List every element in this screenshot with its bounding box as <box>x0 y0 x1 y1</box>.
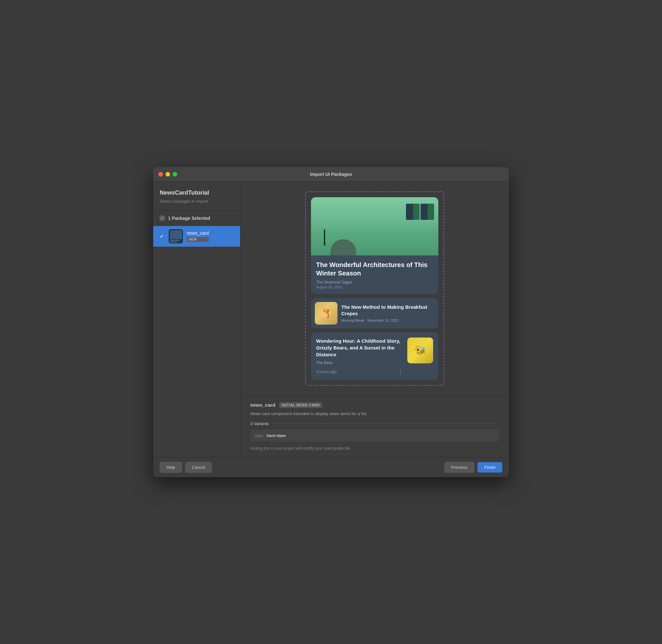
section-checkbox[interactable]: ✓ <box>160 216 165 221</box>
horiz-text: The New Method to Making Breakfast Crepe… <box>341 304 434 322</box>
text-left-title: Wondering Hour: A Childhood Story, Grizz… <box>316 338 403 358</box>
info-description: News card component intended to display … <box>250 411 499 416</box>
sidebar-section-header: ✓ 1 Package Selected <box>153 216 240 226</box>
hero-title: The Wonderful Architectures of This Wint… <box>316 260 433 277</box>
previous-button[interactable]: Previous <box>445 462 474 473</box>
info-panel: news_card INITIAL NEWS CARD News card co… <box>240 395 509 457</box>
info-view-label: view: hero-item <box>255 433 286 438</box>
sidebar: NewsCardTutorial Select packages to impo… <box>153 182 240 457</box>
horiz-image: 🥞 <box>315 302 337 325</box>
preview-canvas: The Wonderful Architectures of This Wint… <box>240 182 509 395</box>
sidebar-divider <box>153 210 240 210</box>
main-content: NewsCardTutorial Select packages to impo… <box>153 182 509 457</box>
title-bar: Import UI Packages <box>153 167 509 182</box>
sidebar-subtitle: Select packages to import <box>153 199 240 210</box>
finish-button[interactable]: Finish <box>477 462 502 473</box>
item-thumbnail <box>169 229 183 244</box>
sidebar-item-news-card[interactable]: ✓ news_card NEW <box>153 226 240 247</box>
bee-image: 🐝 <box>407 338 433 363</box>
hero-lamp <box>324 230 325 246</box>
footer-left: Help Cancel <box>160 462 212 473</box>
food-icon: 🥞 <box>315 302 337 325</box>
text-left-source: The Bees <box>316 361 403 365</box>
item-info: news_card NEW <box>187 231 209 242</box>
hero-date: August 25, 2021 <box>316 285 433 289</box>
horiz-meta: Morning Break November 10, 2021 <box>341 318 434 322</box>
info-header: news_card INITIAL NEWS CARD <box>250 402 499 408</box>
horiz-date: November 10, 2021 <box>368 318 399 322</box>
hero-shutter-2 <box>428 204 434 220</box>
info-view-row: view: hero-item <box>250 429 499 442</box>
hero-source: The Seasonal Sagas <box>316 280 433 284</box>
view-value: hero-item <box>267 433 286 438</box>
horizontal-card: 🥞 The New Method to Making Breakfast Cre… <box>311 298 438 328</box>
text-left-card: Wondering Hour: A Childhood Story, Grizz… <box>311 332 438 380</box>
cancel-button[interactable]: Cancel <box>185 462 212 473</box>
footer: Help Cancel Previous Finish <box>153 457 509 477</box>
minimize-button[interactable] <box>166 172 170 177</box>
window-title: Import UI Packages <box>310 172 352 177</box>
preview-area: The Wonderful Architectures of This Wint… <box>240 182 509 457</box>
more-options-icon[interactable]: ⋮ <box>398 369 403 375</box>
traffic-lights <box>158 172 177 177</box>
text-left-footer: 4 hours ago ⋮ <box>316 369 403 375</box>
item-badge: NEW <box>187 237 209 242</box>
horiz-source: Morning Break <box>341 318 364 322</box>
footer-right: Previous Finish <box>445 462 502 473</box>
project-name: NewsCardTutorial <box>153 189 240 199</box>
thumb-line-1 <box>170 240 180 241</box>
hero-text: The Wonderful Architectures of This Wint… <box>311 255 438 294</box>
help-button[interactable]: Help <box>160 462 182 473</box>
info-tag: INITIAL NEWS CARD <box>279 402 323 408</box>
close-button[interactable] <box>158 172 163 177</box>
text-left-time: 4 hours ago <box>316 370 336 374</box>
thumb-img <box>170 230 182 239</box>
info-package-name: news_card <box>250 402 276 408</box>
text-left-body: Wondering Hour: A Childhood Story, Grizz… <box>316 338 403 375</box>
section-label: 1 Package Selected <box>168 216 210 221</box>
info-variants-label: 3 Variants <box>250 421 499 426</box>
item-checkmark: ✓ <box>160 234 165 239</box>
view-key: view: <box>255 433 264 438</box>
maximize-button[interactable] <box>173 172 177 177</box>
main-window: Import UI Packages NewsCardTutorial Sele… <box>153 167 509 477</box>
item-name: news_card <box>187 231 209 236</box>
horiz-title: The New Method to Making Breakfast Crepe… <box>341 304 434 317</box>
thumb-line-2 <box>170 242 177 243</box>
preview-dashed-container: The Wonderful Architectures of This Wint… <box>305 191 444 386</box>
thumb-inner <box>169 229 183 244</box>
hero-card: The Wonderful Architectures of This Wint… <box>311 197 438 294</box>
hero-image <box>311 197 438 255</box>
info-note: Adding this to your project will modify … <box>250 446 499 451</box>
hero-shutter-1 <box>413 204 420 220</box>
